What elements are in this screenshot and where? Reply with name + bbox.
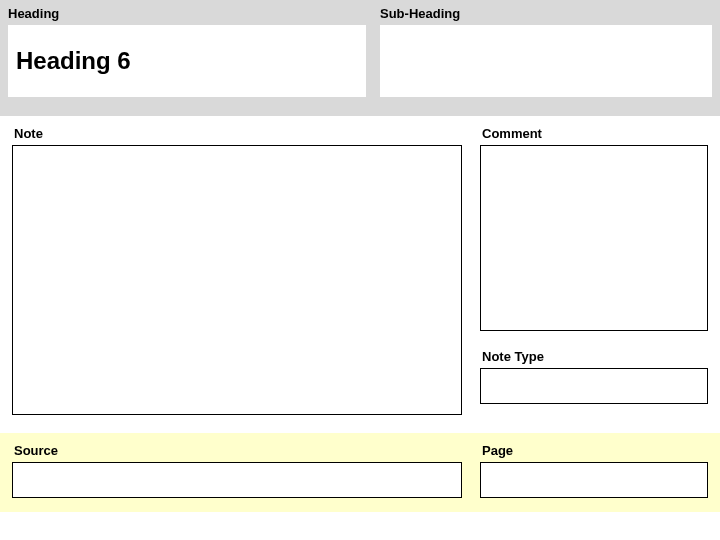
comment-label: Comment	[480, 126, 708, 145]
notetype-input[interactable]	[480, 368, 708, 404]
page-label: Page	[480, 443, 708, 462]
body-region: Note Comment Note Type	[0, 116, 720, 427]
subheading-column: Sub-Heading	[380, 4, 712, 106]
heading-input[interactable]	[8, 25, 366, 97]
note-label: Note	[12, 126, 462, 145]
comment-column: Comment Note Type	[480, 126, 708, 419]
header-region: Heading Sub-Heading	[0, 0, 720, 116]
source-input[interactable]	[12, 462, 462, 498]
source-label: Source	[12, 443, 462, 462]
subheading-label: Sub-Heading	[380, 4, 712, 25]
note-column: Note	[12, 126, 462, 419]
notetype-block: Note Type	[480, 349, 708, 404]
page-column: Page	[480, 443, 708, 498]
comment-textarea[interactable]	[480, 145, 708, 331]
heading-column: Heading	[8, 4, 366, 106]
footer-region: Source Page	[0, 433, 720, 512]
source-column: Source	[12, 443, 462, 498]
page-input[interactable]	[480, 462, 708, 498]
heading-label: Heading	[8, 4, 366, 25]
subheading-input[interactable]	[380, 25, 712, 97]
notetype-label: Note Type	[480, 349, 708, 368]
note-textarea[interactable]	[12, 145, 462, 415]
